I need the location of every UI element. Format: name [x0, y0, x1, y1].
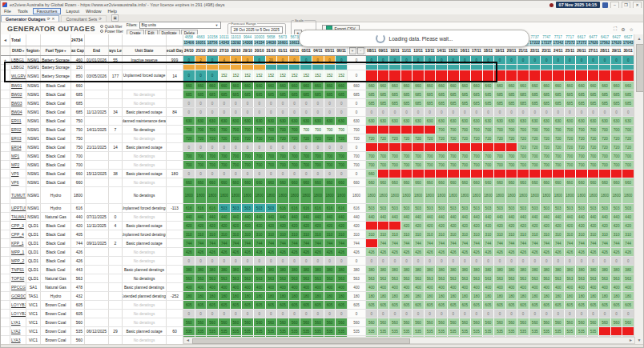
- grid-cell[interactable]: 400: [219, 283, 230, 291]
- grid-cell[interactable]: 310: [413, 230, 424, 238]
- grid-cell[interactable]: 1800: [366, 187, 377, 203]
- grid-cell[interactable]: 1800: [312, 187, 324, 203]
- grid-cell[interactable]: 660: [389, 82, 400, 90]
- grid-cell[interactable]: [401, 70, 413, 81]
- grid-cell[interactable]: 563: [611, 274, 622, 282]
- grid-cell[interactable]: 180: [195, 292, 207, 300]
- grid-cell[interactable]: 400: [460, 283, 471, 291]
- grid-cell[interactable]: 560: [460, 318, 471, 326]
- grid-cell[interactable]: 660: [413, 178, 424, 186]
- date-header-cell[interactable]: 17/11: [471, 46, 482, 55]
- grid-cell[interactable]: [378, 170, 389, 178]
- grid-cell[interactable]: 400: [517, 283, 529, 291]
- collapse-columns-button[interactable]: -: [357, 47, 364, 54]
- grid-cell[interactable]: 535: [588, 327, 599, 335]
- grid-cell[interactable]: 720: [401, 134, 413, 142]
- grid-cell[interactable]: 560: [254, 318, 265, 326]
- grid-cell[interactable]: 310: [366, 230, 377, 238]
- grid-cell[interactable]: 0: [529, 257, 541, 265]
- grid-cell[interactable]: 0: [413, 56, 424, 64]
- grid-cell[interactable]: [565, 65, 576, 70]
- grid-cell[interactable]: 660: [207, 178, 218, 186]
- grid-cell[interactable]: 535: [366, 327, 377, 335]
- grid-cell[interactable]: 630: [565, 117, 576, 125]
- grid-cell[interactable]: 380: [413, 266, 424, 274]
- grid-cell[interactable]: [588, 70, 599, 81]
- grid-cell[interactable]: 685: [300, 90, 312, 98]
- grid-cell[interactable]: [588, 170, 599, 178]
- grid-cell[interactable]: 152: [219, 70, 230, 81]
- grid-cell[interactable]: 0: [277, 170, 288, 178]
- grid-cell[interactable]: [599, 170, 610, 178]
- grid-cell[interactable]: 180: [622, 292, 634, 300]
- date-header-cell[interactable]: 02/11: [289, 46, 300, 55]
- grid-cell[interactable]: 440: [207, 213, 218, 221]
- grid-cell[interactable]: 0: [517, 56, 529, 64]
- grid-cell[interactable]: 1800: [529, 187, 541, 203]
- grid-cell[interactable]: 720: [529, 143, 541, 151]
- grid-cell[interactable]: 744: [207, 239, 218, 247]
- grid-cell[interactable]: 180: [289, 292, 300, 300]
- grid-cell[interactable]: 700: [277, 161, 288, 169]
- date-header-cell[interactable]: 03/11: [300, 46, 312, 55]
- grid-cell[interactable]: 660: [254, 82, 265, 90]
- grid-cell[interactable]: 685: [242, 90, 253, 98]
- grid-cell[interactable]: 420: [506, 222, 517, 230]
- grid-cell[interactable]: 0: [183, 56, 195, 64]
- grid-cell[interactable]: 685: [366, 90, 377, 98]
- grid-cell[interactable]: 426: [289, 248, 300, 256]
- grid-cell[interactable]: 685: [425, 90, 436, 98]
- grid-cell[interactable]: 700: [436, 126, 447, 134]
- grid-cell[interactable]: 700: [289, 126, 300, 134]
- date-header-cell[interactable]: 14/11: [436, 46, 447, 55]
- grid-cell[interactable]: 1800: [448, 187, 459, 203]
- grid-cell[interactable]: 0: [336, 56, 347, 64]
- grid-cell[interactable]: 720: [553, 134, 564, 142]
- grid-cell[interactable]: 535: [553, 327, 564, 335]
- grid-cell[interactable]: 685: [436, 99, 447, 107]
- grid-cell[interactable]: 0: [389, 310, 400, 318]
- grid-cell[interactable]: 310: [553, 230, 564, 238]
- grid-cell[interactable]: 685: [448, 99, 459, 107]
- grid-cell[interactable]: 0: [565, 310, 576, 318]
- grid-cell[interactable]: 685: [312, 90, 324, 98]
- grid-cell[interactable]: 700: [219, 126, 230, 134]
- grid-cell[interactable]: [300, 65, 312, 70]
- grid-cell[interactable]: 440: [483, 213, 494, 221]
- grid-cell[interactable]: 700: [460, 152, 471, 160]
- grid-cell[interactable]: 616: [207, 204, 218, 212]
- grid-cell[interactable]: 440: [622, 213, 634, 221]
- grid-cell[interactable]: [401, 143, 413, 151]
- grid-cell[interactable]: 20: [266, 56, 277, 64]
- grid-cell[interactable]: 0: [483, 56, 494, 64]
- grid-cell[interactable]: 380: [460, 266, 471, 274]
- grid-cell[interactable]: 700: [553, 126, 564, 134]
- grid-cell[interactable]: 700: [219, 152, 230, 160]
- grid-cell[interactable]: 685: [425, 99, 436, 107]
- grid-cell[interactable]: 744: [576, 239, 587, 247]
- grid-cell[interactable]: 720: [425, 134, 436, 142]
- date-header-cell[interactable]: 29/10: [242, 46, 253, 55]
- grid-cell[interactable]: 380: [565, 266, 576, 274]
- grid-cell[interactable]: 1800: [541, 187, 552, 203]
- grid-cell[interactable]: 700: [242, 126, 253, 134]
- refresh-icon[interactable]: ⟳: [47, 17, 50, 21]
- date-header-cell[interactable]: 23/11: [541, 46, 552, 55]
- grid-cell[interactable]: 700: [324, 161, 336, 169]
- grid-cell[interactable]: 0: [565, 108, 576, 116]
- grid-cell[interactable]: 0: [529, 56, 541, 64]
- grid-cell[interactable]: [506, 170, 517, 178]
- grid-cell[interactable]: 616: [195, 204, 207, 212]
- grid-cell[interactable]: 744: [529, 239, 541, 247]
- scroll-right-arrow[interactable]: ►: [627, 338, 634, 343]
- column-header-max-cap[interactable]: Max Cap▾: [71, 46, 85, 55]
- date-header-cell[interactable]: 26/10: [207, 46, 218, 55]
- grid-cell[interactable]: 426: [506, 248, 517, 256]
- grid-cell[interactable]: [622, 70, 634, 81]
- grid-cell[interactable]: 0: [622, 310, 634, 318]
- grid-cell[interactable]: 426: [242, 248, 253, 256]
- grid-cell[interactable]: 400: [599, 283, 610, 291]
- grid-cell[interactable]: 605: [471, 301, 482, 309]
- grid-cell[interactable]: 180: [324, 292, 336, 300]
- grid-cell[interactable]: 744: [336, 239, 347, 247]
